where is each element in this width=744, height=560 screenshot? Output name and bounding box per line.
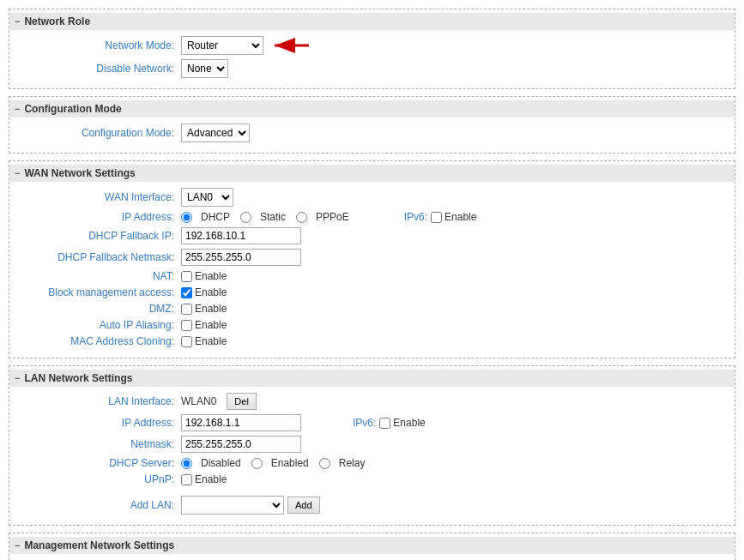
config-mode-control: Basic Advanced — [181, 123, 735, 142]
dhcp-relay-radio[interactable] — [319, 458, 330, 469]
disable-network-label: Disable Network: — [9, 63, 181, 75]
block-mgmt-control: Enable — [181, 286, 735, 298]
dhcp-fallback-ip-label: DHCP Fallback IP: — [9, 230, 181, 242]
dhcp-disabled-radio[interactable] — [181, 458, 192, 469]
lan-ipv6-enable-label: Enable — [393, 417, 425, 429]
config-mode-title: Configuration Mode — [24, 103, 121, 115]
nat-checkbox[interactable] — [181, 271, 192, 282]
collapse-icon-2: − — [15, 104, 20, 114]
add-lan-row: Add LAN: LAN0 LAN1 WLAN0 Add — [9, 495, 735, 515]
upnp-enable-label: Enable — [195, 473, 227, 485]
lan-ipv6-label: IPv6: — [353, 417, 376, 429]
nat-label: NAT: — [9, 270, 181, 282]
network-role-section: − Network Role Network Mode: Router Swit… — [9, 9, 735, 89]
lan-interface-row: LAN Interface: WLAN0 Del — [9, 392, 735, 411]
dhcp-fallback-netmask-row: DHCP Fallback Netmask: — [9, 248, 735, 267]
auto-ip-row: Auto IP Aliasing: Enable — [9, 318, 735, 332]
collapse-icon-3: − — [15, 168, 20, 178]
static-label: Static — [260, 211, 286, 223]
pppoe-radio[interactable] — [296, 212, 307, 223]
network-mode-row: Network Mode: Router Switch Access Point — [9, 35, 735, 56]
block-mgmt-label: Block management access: — [9, 286, 181, 298]
config-mode-label: Configuration Mode: — [9, 127, 181, 139]
wan-network-header[interactable]: − WAN Network Settings — [9, 165, 735, 182]
ip-type-radio-group: DHCP Static PPPoE — [181, 211, 353, 223]
wan-ipv6-label: IPv6: — [404, 211, 427, 223]
collapse-icon: − — [15, 16, 20, 27]
lan-ipv6-checkbox[interactable] — [379, 418, 390, 429]
config-mode-header[interactable]: − Configuration Mode — [9, 100, 735, 117]
config-mode-select[interactable]: Basic Advanced — [181, 123, 250, 142]
mac-cloning-checkbox[interactable] — [181, 336, 192, 347]
red-arrow-icon — [270, 36, 313, 55]
auto-ip-checkbox[interactable] — [181, 320, 192, 331]
collapse-icon-5: − — [15, 540, 20, 551]
network-role-header[interactable]: − Network Role — [9, 13, 735, 30]
collapse-icon-4: − — [15, 373, 20, 383]
dmz-row: DMZ: Enable — [9, 302, 735, 316]
lan-ip-input[interactable] — [181, 414, 301, 431]
dhcp-enabled-label: Enabled — [271, 457, 309, 469]
dhcp-server-control: Disabled Enabled Relay — [181, 457, 735, 469]
dhcp-radio[interactable] — [181, 212, 192, 223]
mac-cloning-control: Enable — [181, 335, 735, 347]
upnp-row: UPnP: Enable — [9, 473, 735, 486]
wan-ipv6-enable-label: Enable — [445, 211, 476, 223]
add-lan-select[interactable]: LAN0 LAN1 WLAN0 — [181, 496, 284, 515]
nat-enable-label: Enable — [195, 270, 227, 282]
lan-ip-label: IP Address: — [9, 417, 181, 429]
lan-netmask-control — [181, 436, 735, 453]
lan-netmask-input[interactable] — [181, 436, 301, 453]
wan-ipv6-checkbox[interactable] — [431, 212, 442, 223]
add-lan-control: LAN0 LAN1 WLAN0 Add — [181, 496, 735, 515]
management-network-header[interactable]: − Management Network Settings — [9, 537, 735, 554]
lan-netmask-row: Netmask: — [9, 435, 735, 454]
dmz-control: Enable — [181, 303, 735, 315]
upnp-label: UPnP: — [9, 473, 181, 485]
wan-interface-label: WAN Interface: — [9, 191, 181, 203]
nat-row: NAT: Enable — [9, 269, 735, 283]
wan-ip-label: IP Address: — [9, 211, 181, 223]
lan-ipv6-section: IPv6: Enable — [353, 417, 426, 429]
config-mode-row: Configuration Mode: Basic Advanced — [9, 123, 735, 143]
del-button[interactable]: Del — [227, 393, 257, 410]
dhcp-fallback-netmask-label: DHCP Fallback Netmask: — [9, 251, 181, 263]
block-mgmt-checkbox[interactable] — [181, 287, 192, 298]
network-mode-control: Router Switch Access Point — [181, 36, 735, 55]
block-mgmt-row: Block management access: Enable — [9, 286, 735, 299]
mac-cloning-enable-label: Enable — [195, 335, 227, 347]
wan-network-title: WAN Network Settings — [24, 167, 135, 179]
dhcp-fallback-ip-control — [181, 227, 735, 244]
config-mode-section: − Configuration Mode Configuration Mode:… — [9, 96, 735, 154]
nat-control: Enable — [181, 270, 735, 282]
upnp-checkbox[interactable] — [181, 474, 192, 485]
dmz-checkbox[interactable] — [181, 304, 192, 315]
dhcp-label: DHCP — [201, 211, 230, 223]
dhcp-disabled-label: Disabled — [201, 457, 241, 469]
wan-interface-select[interactable]: LAN0 LAN1 WAN0 — [181, 188, 233, 207]
lan-network-section: − LAN Network Settings LAN Interface: WL… — [9, 365, 735, 526]
dhcp-enabled-radio[interactable] — [251, 458, 263, 469]
lan-interface-label: LAN Interface: — [9, 395, 181, 407]
dhcp-server-label: DHCP Server: — [9, 457, 181, 469]
mac-cloning-row: MAC Address Cloning: Enable — [9, 334, 735, 348]
network-mode-select[interactable]: Router Switch Access Point — [181, 36, 263, 55]
lan-network-title: LAN Network Settings — [24, 372, 132, 384]
management-network-title: Management Network Settings — [24, 539, 174, 551]
lan-network-header[interactable]: − LAN Network Settings — [9, 370, 735, 387]
lan-interface-value: WLAN0 — [181, 395, 216, 407]
dhcp-fallback-ip-row: DHCP Fallback IP: — [9, 226, 735, 245]
wan-ip-control: DHCP Static PPPoE IPv6: Enable — [181, 211, 735, 223]
dhcp-fallback-netmask-input[interactable] — [181, 249, 301, 266]
add-lan-button[interactable]: Add — [287, 497, 320, 514]
disable-network-select[interactable]: None LAN WAN — [181, 59, 228, 78]
lan-interface-control: WLAN0 Del — [181, 393, 735, 410]
dhcp-fallback-netmask-control — [181, 249, 735, 266]
wan-interface-control: LAN0 LAN1 WAN0 — [181, 188, 735, 207]
mac-cloning-label: MAC Address Cloning: — [9, 335, 181, 347]
lan-ip-control: IPv6: Enable — [181, 414, 735, 431]
dhcp-fallback-ip-input[interactable] — [181, 227, 301, 244]
static-radio[interactable] — [240, 212, 251, 223]
dmz-label: DMZ: — [9, 303, 181, 315]
disable-network-control: None LAN WAN — [181, 59, 735, 78]
